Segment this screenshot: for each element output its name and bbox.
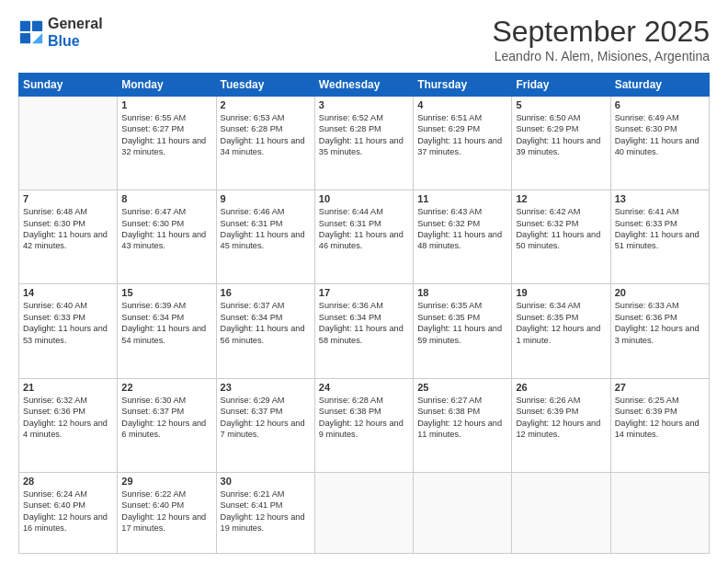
cell-info: Sunrise: 6:48 AMSunset: 6:30 PMDaylight:… [23, 206, 113, 252]
day-number: 3 [319, 99, 409, 110]
day-number: 5 [516, 99, 606, 110]
cell-info: Sunrise: 6:22 AMSunset: 6:40 PMDaylight:… [121, 488, 211, 534]
cell-info: Sunrise: 6:29 AMSunset: 6:37 PMDaylight:… [221, 395, 311, 441]
logo: General Blue [18, 15, 103, 50]
day-number: 26 [516, 382, 606, 393]
day-number: 30 [221, 476, 311, 487]
day-number: 17 [319, 287, 409, 298]
table-row: 26Sunrise: 6:26 AMSunset: 6:39 PMDayligh… [512, 378, 610, 472]
day-number: 15 [121, 287, 211, 298]
cell-info: Sunrise: 6:42 AMSunset: 6:32 PMDaylight:… [516, 206, 606, 252]
day-number: 10 [319, 193, 409, 204]
table-row: 13Sunrise: 6:41 AMSunset: 6:33 PMDayligh… [610, 190, 709, 284]
table-row: 10Sunrise: 6:44 AMSunset: 6:31 PMDayligh… [314, 190, 413, 284]
cell-info: Sunrise: 6:39 AMSunset: 6:34 PMDaylight:… [121, 300, 211, 346]
month-title: September 2025 [492, 15, 710, 49]
table-row: 5Sunrise: 6:50 AMSunset: 6:29 PMDaylight… [512, 97, 610, 190]
calendar-week-row: 1Sunrise: 6:55 AMSunset: 6:27 PMDaylight… [19, 97, 710, 190]
day-number: 28 [23, 476, 113, 487]
day-number: 22 [121, 382, 211, 393]
calendar-header-row: Sunday Monday Tuesday Wednesday Thursday… [19, 74, 710, 97]
cell-info: Sunrise: 6:51 AMSunset: 6:29 PMDaylight:… [417, 112, 507, 158]
table-row: 6Sunrise: 6:49 AMSunset: 6:30 PMDaylight… [610, 97, 709, 190]
logo-text: General [48, 15, 103, 32]
cell-info: Sunrise: 6:49 AMSunset: 6:30 PMDaylight:… [615, 112, 705, 158]
table-row: 3Sunrise: 6:52 AMSunset: 6:28 PMDaylight… [314, 97, 413, 190]
cell-info: Sunrise: 6:34 AMSunset: 6:35 PMDaylight:… [516, 300, 606, 346]
cell-info: Sunrise: 6:30 AMSunset: 6:37 PMDaylight:… [121, 395, 211, 441]
cell-info: Sunrise: 6:21 AMSunset: 6:41 PMDaylight:… [221, 488, 311, 534]
calendar-week-row: 28Sunrise: 6:24 AMSunset: 6:40 PMDayligh… [19, 472, 710, 553]
cell-info: Sunrise: 6:24 AMSunset: 6:40 PMDaylight:… [23, 488, 113, 534]
cell-info: Sunrise: 6:53 AMSunset: 6:28 PMDaylight:… [221, 112, 311, 158]
cell-info: Sunrise: 6:52 AMSunset: 6:28 PMDaylight:… [319, 112, 409, 158]
table-row: 24Sunrise: 6:28 AMSunset: 6:38 PMDayligh… [314, 378, 413, 472]
col-saturday: Saturday [610, 74, 709, 97]
cell-info: Sunrise: 6:35 AMSunset: 6:35 PMDaylight:… [417, 300, 507, 346]
table-row: 16Sunrise: 6:37 AMSunset: 6:34 PMDayligh… [216, 284, 314, 378]
cell-info: Sunrise: 6:36 AMSunset: 6:34 PMDaylight:… [319, 300, 409, 346]
table-row: 14Sunrise: 6:40 AMSunset: 6:33 PMDayligh… [19, 284, 118, 378]
day-number: 20 [615, 287, 705, 298]
header: General Blue September 2025 Leandro N. A… [18, 15, 710, 63]
day-number: 23 [221, 382, 311, 393]
col-wednesday: Wednesday [314, 74, 413, 97]
table-row: 22Sunrise: 6:30 AMSunset: 6:37 PMDayligh… [118, 378, 216, 472]
day-number: 29 [121, 476, 211, 487]
table-row [314, 472, 413, 553]
calendar-week-row: 7Sunrise: 6:48 AMSunset: 6:30 PMDaylight… [19, 190, 710, 284]
logo-blue-text: Blue [48, 32, 103, 50]
day-number: 13 [615, 193, 705, 204]
col-thursday: Thursday [414, 74, 512, 97]
day-number: 2 [221, 99, 311, 110]
cell-info: Sunrise: 6:44 AMSunset: 6:31 PMDaylight:… [319, 206, 409, 252]
svg-rect-0 [20, 21, 30, 31]
day-number: 11 [417, 193, 507, 204]
table-row: 23Sunrise: 6:29 AMSunset: 6:37 PMDayligh… [216, 378, 314, 472]
table-row: 28Sunrise: 6:24 AMSunset: 6:40 PMDayligh… [19, 472, 118, 553]
table-row: 9Sunrise: 6:46 AMSunset: 6:31 PMDaylight… [216, 190, 314, 284]
day-number: 27 [615, 382, 705, 393]
table-row: 29Sunrise: 6:22 AMSunset: 6:40 PMDayligh… [118, 472, 216, 553]
day-number: 6 [615, 99, 705, 110]
calendar-table: Sunday Monday Tuesday Wednesday Thursday… [18, 73, 710, 554]
cell-info: Sunrise: 6:46 AMSunset: 6:31 PMDaylight:… [221, 206, 311, 252]
cell-info: Sunrise: 6:50 AMSunset: 6:29 PMDaylight:… [516, 112, 606, 158]
table-row: 12Sunrise: 6:42 AMSunset: 6:32 PMDayligh… [512, 190, 610, 284]
table-row: 4Sunrise: 6:51 AMSunset: 6:29 PMDaylight… [414, 97, 512, 190]
col-tuesday: Tuesday [216, 74, 314, 97]
day-number: 4 [417, 99, 507, 110]
cell-info: Sunrise: 6:25 AMSunset: 6:39 PMDaylight:… [615, 395, 705, 441]
day-number: 24 [319, 382, 409, 393]
table-row: 7Sunrise: 6:48 AMSunset: 6:30 PMDaylight… [19, 190, 118, 284]
table-row [512, 472, 610, 553]
table-row [414, 472, 512, 553]
day-number: 25 [417, 382, 507, 393]
cell-info: Sunrise: 6:40 AMSunset: 6:33 PMDaylight:… [23, 300, 113, 346]
cell-info: Sunrise: 6:55 AMSunset: 6:27 PMDaylight:… [121, 112, 211, 158]
col-monday: Monday [118, 74, 216, 97]
col-sunday: Sunday [19, 74, 118, 97]
svg-rect-2 [20, 33, 30, 43]
day-number: 8 [121, 193, 211, 204]
cell-info: Sunrise: 6:43 AMSunset: 6:32 PMDaylight:… [417, 206, 507, 252]
title-block: September 2025 Leandro N. Alem, Misiones… [492, 15, 710, 63]
table-row: 8Sunrise: 6:47 AMSunset: 6:30 PMDaylight… [118, 190, 216, 284]
cell-info: Sunrise: 6:28 AMSunset: 6:38 PMDaylight:… [319, 395, 409, 441]
table-row: 17Sunrise: 6:36 AMSunset: 6:34 PMDayligh… [314, 284, 413, 378]
table-row [610, 472, 709, 553]
col-friday: Friday [512, 74, 610, 97]
cell-info: Sunrise: 6:47 AMSunset: 6:30 PMDaylight:… [121, 206, 211, 252]
cell-info: Sunrise: 6:33 AMSunset: 6:36 PMDaylight:… [615, 300, 705, 346]
table-row: 18Sunrise: 6:35 AMSunset: 6:35 PMDayligh… [414, 284, 512, 378]
table-row: 21Sunrise: 6:32 AMSunset: 6:36 PMDayligh… [19, 378, 118, 472]
day-number: 19 [516, 287, 606, 298]
day-number: 9 [221, 193, 311, 204]
cell-info: Sunrise: 6:41 AMSunset: 6:33 PMDaylight:… [615, 206, 705, 252]
table-row: 20Sunrise: 6:33 AMSunset: 6:36 PMDayligh… [610, 284, 709, 378]
location-subtitle: Leandro N. Alem, Misiones, Argentina [492, 49, 710, 63]
day-number: 18 [417, 287, 507, 298]
page: General Blue September 2025 Leandro N. A… [0, 0, 728, 563]
svg-rect-1 [32, 21, 42, 31]
cell-info: Sunrise: 6:27 AMSunset: 6:38 PMDaylight:… [417, 395, 507, 441]
